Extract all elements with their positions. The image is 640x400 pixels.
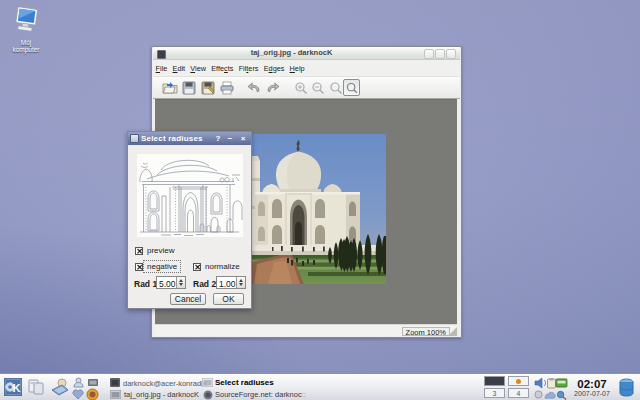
svg-text:K: K [13, 382, 21, 394]
